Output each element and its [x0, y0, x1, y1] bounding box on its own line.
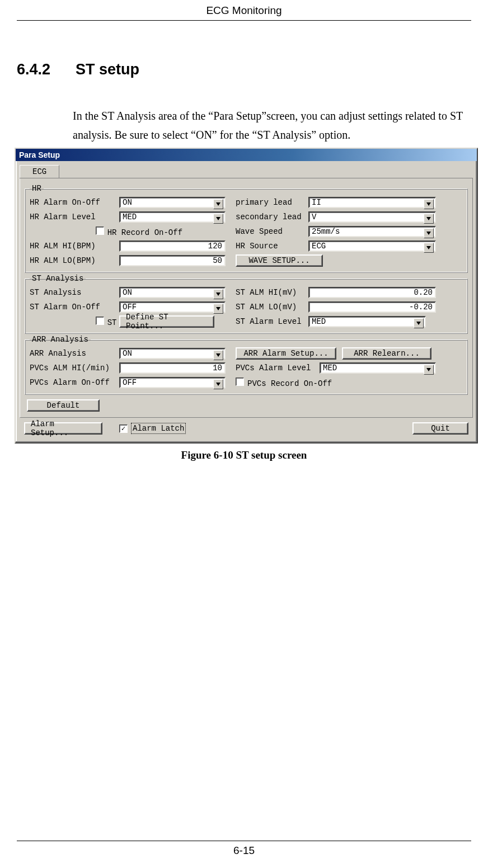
- group-hr-legend: HR: [30, 184, 44, 193]
- chevron-down-icon: [424, 228, 434, 238]
- chevron-down-icon: [414, 318, 424, 328]
- arr-alarm-setup-button[interactable]: ARR Alarm Setup...: [236, 347, 336, 360]
- combo-pvcs-alarm-level[interactable]: MED: [320, 362, 436, 374]
- label-st-alm-lo: ST ALM LO(mV): [236, 303, 308, 312]
- group-st: ST Analysis ST Analysis ON ST ALM HI(mV)…: [25, 274, 468, 334]
- checkbox-icon: [96, 227, 104, 235]
- combo-primary-lead[interactable]: II: [308, 197, 436, 208]
- combo-pvcs-alarm-on-off[interactable]: OFF: [119, 377, 226, 388]
- group-hr: HR HR Alarm On-Off ON primary lead II: [25, 184, 468, 273]
- figure-caption: Figure 6-10 ST setup screen: [17, 449, 471, 461]
- label-hr-alm-hi: HR ALM HI(BPM): [30, 242, 119, 251]
- group-st-legend: ST Analysis: [30, 274, 86, 283]
- checkbox-icon: ✓: [119, 424, 128, 433]
- input-hr-alm-lo[interactable]: 50: [119, 255, 226, 266]
- chevron-down-icon: [213, 199, 223, 209]
- label-pvcs-alarm-level: PVCs Alarm Level: [236, 364, 320, 372]
- label-st-alarm-level: ST Alarm Level: [236, 317, 308, 326]
- checkbox-pvcs-record[interactable]: PVCs Record On-Off: [236, 378, 332, 388]
- label-arr-analysis: ARR Analysis: [30, 349, 119, 358]
- label-hr-source: HR Source: [236, 242, 308, 251]
- wave-setup-button[interactable]: WAVE SETUP...: [236, 254, 323, 267]
- quit-button[interactable]: Quit: [412, 422, 468, 435]
- label-wave-speed: Wave Speed: [236, 227, 308, 236]
- combo-st-analysis[interactable]: ON: [119, 287, 226, 298]
- default-button[interactable]: Default: [27, 399, 100, 412]
- chevron-down-icon: [213, 304, 223, 314]
- label-primary-lead: primary lead: [236, 198, 308, 207]
- label-hr-alarm-on-off: HR Alarm On-Off: [30, 198, 119, 207]
- combo-wave-speed[interactable]: 25mm/s: [308, 226, 436, 237]
- group-arr: ARR Analysis ARR Analysis ON ARR Alarm S…: [25, 335, 468, 395]
- para-setup-dialog: Para Setup ECG HR HR Alarm On-Off ON pri…: [15, 148, 478, 444]
- checkbox-icon: [236, 378, 244, 386]
- input-st-alm-lo[interactable]: -0.20: [308, 301, 436, 313]
- checkbox-alarm-latch[interactable]: ✓ Alarm Latch: [119, 423, 186, 434]
- dialog-titlebar[interactable]: Para Setup: [16, 149, 477, 161]
- section-heading: 6.4.2 ST setup: [17, 61, 471, 78]
- input-hr-alm-hi[interactable]: 120: [119, 240, 226, 252]
- label-hr-alm-lo: HR ALM LO(BPM): [30, 256, 119, 265]
- chevron-down-icon: [424, 199, 434, 209]
- body-paragraph: In the ST Analysis area of the “Para Set…: [73, 106, 466, 144]
- alarm-setup-button[interactable]: Alarm Setup...: [24, 422, 102, 435]
- arr-relearn-button[interactable]: ARR Relearn...: [342, 347, 431, 360]
- combo-st-alarm-on-off[interactable]: OFF: [119, 301, 226, 313]
- tab-ecg[interactable]: ECG: [20, 165, 59, 178]
- define-st-point-button[interactable]: Define ST Point...: [119, 315, 214, 328]
- chevron-down-icon: [213, 350, 223, 360]
- input-pvcs-alm-hi[interactable]: 10: [119, 362, 226, 374]
- page-number: 6-15: [17, 841, 471, 857]
- label-st-analysis: ST Analysis: [30, 288, 119, 297]
- input-st-alm-hi[interactable]: 0.20: [308, 287, 436, 298]
- chevron-down-icon: [213, 379, 223, 389]
- combo-hr-source[interactable]: ECG: [308, 240, 436, 252]
- group-arr-legend: ARR Analysis: [30, 335, 91, 344]
- chevron-down-icon: [213, 214, 223, 224]
- label-pvcs-alm-hi: PVCs ALM HI(/min): [30, 364, 119, 372]
- combo-secondary-lead[interactable]: V: [308, 211, 436, 223]
- combo-arr-analysis[interactable]: ON: [119, 348, 226, 359]
- label-secondary-lead: secondary lead: [236, 213, 308, 221]
- section-number: 6.4.2: [17, 61, 50, 78]
- section-title-text: ST setup: [76, 61, 139, 78]
- combo-hr-alarm-on-off[interactable]: ON: [119, 197, 226, 208]
- label-st-alm-hi: ST ALM HI(mV): [236, 288, 308, 297]
- chevron-down-icon: [424, 243, 434, 253]
- combo-st-alarm-level[interactable]: MED: [308, 316, 426, 327]
- chevron-down-icon: [424, 365, 434, 375]
- checkbox-icon: [96, 317, 104, 325]
- label-pvcs-alarm-on-off: PVCs Alarm On-Off: [30, 378, 119, 387]
- chevron-down-icon: [213, 289, 223, 299]
- combo-hr-alarm-level[interactable]: MED: [119, 211, 226, 223]
- tabstrip: ECG: [20, 164, 473, 178]
- page-header: ECG Monitoring: [17, 0, 471, 21]
- chevron-down-icon: [424, 214, 434, 224]
- checkbox-st-record[interactable]: ST Record On-Off: [30, 308, 119, 336]
